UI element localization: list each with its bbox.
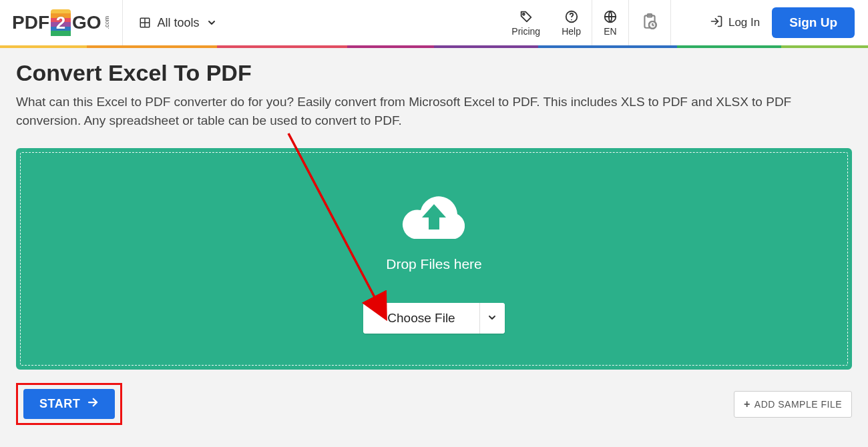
brand-left: PDF <box>12 12 49 33</box>
nav-help[interactable]: Help <box>551 0 592 45</box>
brand-logo[interactable]: PDF GO .com <box>0 0 122 45</box>
page-title: Convert Excel To PDF <box>16 60 852 86</box>
login-link[interactable]: Log In <box>698 0 772 45</box>
page-content: Convert Excel To PDF What can this Excel… <box>0 48 868 425</box>
globe-icon <box>603 9 618 25</box>
page-subtitle: What can this Excel to PDF converter do … <box>16 93 851 129</box>
cloud-upload-icon <box>391 184 477 247</box>
start-highlight-box: START <box>16 383 122 425</box>
add-sample-button[interactable]: + ADD SAMPLE FILE <box>734 391 852 418</box>
plus-icon: + <box>744 398 750 410</box>
svg-point-1 <box>523 13 525 15</box>
signup-button[interactable]: Sign Up <box>772 7 855 38</box>
dropzone-hint: Drop Files here <box>386 256 482 272</box>
nav-language[interactable]: EN <box>592 0 628 45</box>
footer-row: START + ADD SAMPLE FILE <box>16 383 852 425</box>
brand-mark-icon <box>51 9 71 36</box>
brand-right: GO <box>72 12 101 33</box>
brand-tld: .com <box>103 16 110 29</box>
top-bar: PDF GO .com All tools Pricing Help <box>0 0 868 45</box>
choose-file-button[interactable]: Choose File <box>363 303 479 334</box>
grid-icon <box>139 17 151 29</box>
svg-point-3 <box>571 19 572 21</box>
arrow-right-icon <box>87 396 99 412</box>
nav-help-label: Help <box>562 26 581 37</box>
nav-pricing-label: Pricing <box>511 26 540 37</box>
spacer <box>233 0 501 45</box>
spacer <box>671 0 698 45</box>
nav-pricing[interactable]: Pricing <box>501 0 551 45</box>
dropzone-inner: Drop Files here Choose File <box>20 152 848 366</box>
tag-icon <box>519 9 533 25</box>
start-button[interactable]: START <box>23 389 115 419</box>
all-tools-label: All tools <box>158 16 200 30</box>
choose-file-dropdown[interactable] <box>479 303 505 334</box>
chevron-down-icon <box>487 312 497 325</box>
clipboard-clock-icon <box>641 13 658 33</box>
nav-language-label: EN <box>604 26 616 37</box>
help-icon <box>564 9 579 25</box>
chevron-down-icon <box>206 17 217 28</box>
start-label: START <box>39 397 80 411</box>
signup-wrap: Sign Up <box>772 0 868 45</box>
login-icon <box>710 15 723 31</box>
all-tools-menu[interactable]: All tools <box>123 0 233 45</box>
choose-file-group: Choose File <box>363 303 504 334</box>
add-sample-label: ADD SAMPLE FILE <box>754 399 842 410</box>
file-dropzone[interactable]: Drop Files here Choose File <box>16 148 852 370</box>
login-label: Log In <box>728 16 760 29</box>
nav-history[interactable] <box>629 0 670 45</box>
